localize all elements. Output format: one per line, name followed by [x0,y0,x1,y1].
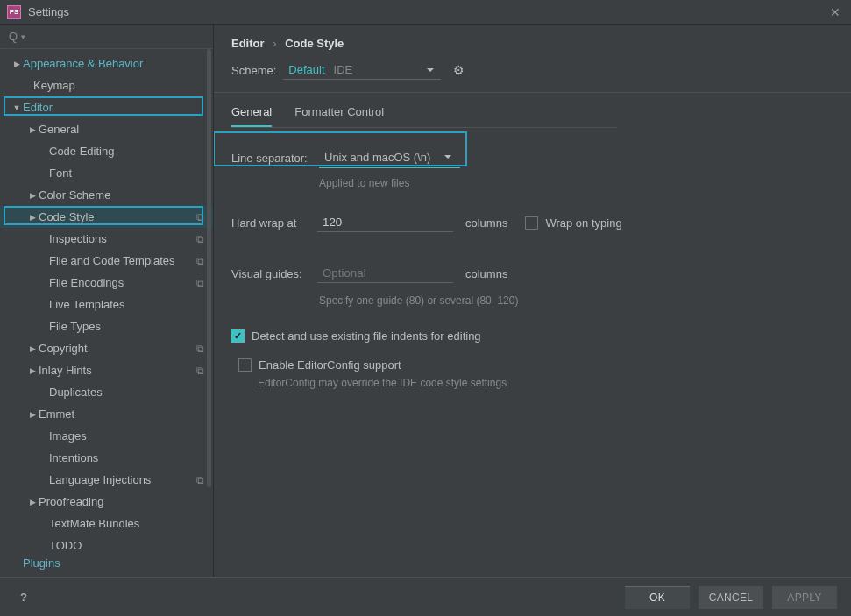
hard-wrap-input[interactable] [317,213,453,232]
dialog-footer: ? OK CANCEL APPLY [0,577,851,616]
sidebar-item-todo[interactable]: TODO [0,535,213,556]
visual-guides-suffix: columns [465,267,507,280]
breadcrumb-root[interactable]: Editor [231,37,265,50]
gear-icon[interactable]: ⚙ [453,63,465,77]
sidebar-item-label: Appearance & Behavior [23,57,143,70]
sidebar-item-duplicates[interactable]: Duplicates [0,381,213,403]
sidebar-item-general[interactable]: ▶General [0,118,213,140]
sidebar-item-file-and-code-templates[interactable]: File and Code Templates⧉ [0,250,213,272]
sidebar-item-emmet[interactable]: ▶Emmet [0,403,213,425]
chevron-right-icon: ▶ [28,191,37,200]
sidebar-item-code-editing[interactable]: Code Editing [0,140,213,162]
detect-indents-label: Detect and use existing file indents for… [252,329,481,343]
search-icon: Q [9,30,18,43]
apply-button[interactable]: APPLY [772,586,837,609]
sidebar-item-label: File Types [49,320,101,333]
sidebar-item-editor[interactable]: ▼Editor [0,96,213,118]
chevron-right-icon: ▶ [28,213,37,222]
sidebar-item-font[interactable]: Font [0,162,213,184]
sidebar-item-plugins[interactable]: Plugins [0,556,213,572]
sidebar-item-inlay-hints[interactable]: ▶Inlay Hints⧉ [0,359,213,381]
sidebar-item-inspections[interactable]: Inspections⧉ [0,228,213,250]
sidebar-item-label: Code Style [39,210,95,223]
sidebar-search[interactable]: Q ▾ [0,25,213,49]
sidebar-item-images[interactable]: Images [0,425,213,447]
sidebar-item-label: Font [49,166,72,180]
hard-wrap-row: Hard wrap at columns Wrap on typing [231,205,833,240]
settings-sidebar: Q ▾ ▶Appearance & BehaviorKeymap▼Editor▶… [0,25,214,577]
chevron-right-icon: ▶ [28,344,37,353]
visual-guides-label: Visual guides: [231,267,317,280]
chevron-right-icon: ▶ [28,366,37,375]
window-title: Settings [28,5,69,18]
sidebar-item-label: Plugins [23,556,60,570]
sidebar-item-label: Inspections [49,232,107,245]
detect-indents-checkbox[interactable]: ✓ [231,329,245,343]
scheme-value: Default [288,63,324,76]
sidebar-item-file-encodings[interactable]: File Encodings⧉ [0,272,213,294]
settings-content: Editor › Code Style Scheme: Default IDE … [214,25,851,577]
scope-icon: ⧉ [196,233,204,245]
sidebar-item-language-injections[interactable]: Language Injections⧉ [0,469,213,491]
chevron-down-icon: ▼ [12,103,21,112]
editorconfig-checkbox[interactable] [238,358,252,372]
ok-button[interactable]: OK [625,586,690,609]
scope-icon: ⧉ [196,474,204,486]
scope-icon: ⧉ [196,365,204,377]
hard-wrap-suffix: columns [465,216,507,230]
tab-general[interactable]: General [231,105,272,127]
sidebar-item-label: Editor [23,101,53,114]
scheme-select[interactable]: Default IDE [283,60,441,80]
wrap-on-typing-checkbox[interactable] [525,216,538,230]
sidebar-item-label: Live Templates [49,298,124,311]
sidebar-item-code-style[interactable]: ▶Code Style⧉ [0,206,213,228]
app-icon: PS [7,5,21,19]
scope-icon: ⧉ [196,211,204,223]
sidebar-item-proofreading[interactable]: ▶Proofreading [0,491,213,513]
tab-formatter-control[interactable]: Formatter Control [294,105,384,127]
help-button[interactable]: ? [14,588,33,607]
close-icon[interactable]: ✕ [826,2,844,23]
chevron-right-icon: ▶ [28,498,37,506]
settings-tree: ▶Appearance & BehaviorKeymap▼Editor▶Gene… [0,49,213,577]
sidebar-item-label: Images [49,429,87,443]
window-titlebar: PS Settings ✕ [0,0,851,25]
scheme-badge: IDE [334,63,428,76]
sidebar-item-label: Duplicates [49,386,103,399]
scope-icon: ⧉ [196,255,204,267]
wrap-on-typing-label: Wrap on typing [545,216,621,230]
scope-icon: ⧉ [196,277,204,289]
sidebar-item-label: Emmet [39,407,74,421]
sidebar-item-label: Language Injections [49,473,151,486]
sidebar-item-copyright[interactable]: ▶Copyright⧉ [0,337,213,359]
editorconfig-hint: EditorConfig may override the IDE code s… [258,377,833,389]
sidebar-item-color-scheme[interactable]: ▶Color Scheme [0,184,213,206]
sidebar-item-live-templates[interactable]: Live Templates [0,294,213,315]
sidebar-item-label: Intentions [49,451,98,464]
sidebar-item-label: Color Scheme [39,188,110,202]
visual-guides-input[interactable] [317,264,453,283]
cancel-button[interactable]: CANCEL [699,586,763,609]
scope-icon: ⧉ [196,343,204,355]
sidebar-item-label: Code Editing [49,145,114,158]
sidebar-item-intentions[interactable]: Intentions [0,447,213,469]
tabs: GeneralFormatter Control [214,93,851,127]
sidebar-item-label: Inlay Hints [39,364,92,377]
chevron-right-icon: ▶ [12,60,21,68]
chevron-right-icon: ▶ [28,410,37,419]
hard-wrap-label: Hard wrap at [231,216,317,230]
sidebar-item-textmate-bundles[interactable]: TextMate Bundles [0,513,213,535]
sidebar-item-label: Copyright [39,342,88,355]
breadcrumb: Editor › Code Style [214,25,851,57]
sidebar-item-file-types[interactable]: File Types [0,315,213,337]
visual-guides-row: Visual guides: columns [231,256,833,291]
sidebar-item-keymap[interactable]: Keymap [0,74,213,96]
line-separator-hint: Applied to new files [319,175,833,205]
editorconfig-row: Enable EditorConfig support [238,358,833,372]
sidebar-item-label: General [39,123,79,136]
search-dropdown-icon: ▾ [21,32,25,41]
sidebar-item-label: TextMate Bundles [49,517,139,530]
sidebar-item-label: File Encodings [49,276,124,289]
sidebar-scrollbar[interactable] [207,49,211,487]
sidebar-item-appearance-behavior[interactable]: ▶Appearance & Behavior [0,53,213,74]
